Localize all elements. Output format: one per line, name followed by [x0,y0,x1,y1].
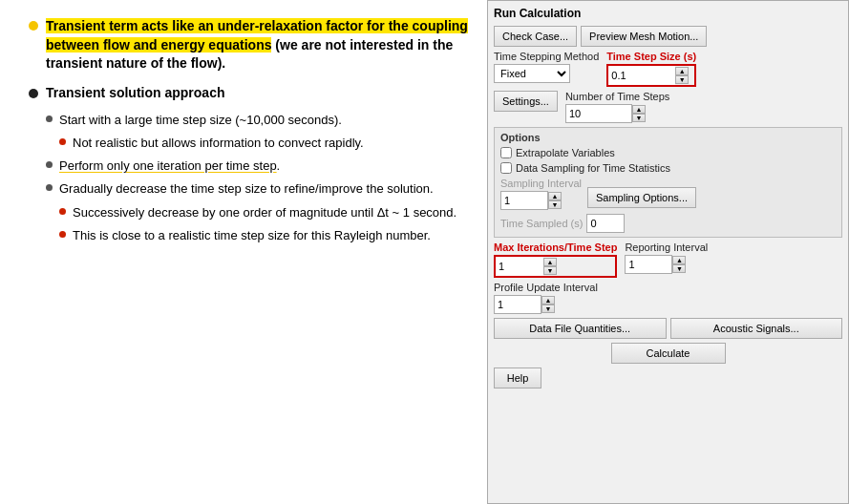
max-iter-box: ▲ ▼ [494,255,617,278]
profile-update-input[interactable] [494,295,541,314]
sub-text-1a: Not realistic but allows information to … [73,135,364,152]
sub-bullet-1: Start with a large time step size (~10,0… [46,112,468,129]
bullet-2-title: Transient solution approach [46,85,224,100]
sampling-interval-row: Sampling Interval ▲ ▼ Sampling Options..… [500,178,836,210]
max-iter-label: Max Iterations/Time Step [494,242,617,253]
time-sampled-input[interactable] [586,214,625,233]
help-button[interactable]: Help [494,368,541,388]
extrapolate-row: Extrapolate Variables [500,147,836,158]
sub-dot-1 [46,116,53,122]
reporting-interval-down[interactable]: ▼ [672,264,686,273]
time-stepping-col: Time Stepping Method Fixed [494,51,599,83]
sub-bullet-3: Gradually decrease the time step size to… [46,180,468,198]
max-iter-up[interactable]: ▲ [543,258,557,266]
max-iter-down[interactable]: ▼ [543,266,557,275]
sampling-interval-down[interactable]: ▼ [548,200,562,209]
data-sampling-row: Data Sampling for Time Statistics [500,162,836,174]
sub-sub-bullet-3b: This is close to a realistic time step s… [59,227,468,244]
max-iter-row: Max Iterations/Time Step ▲ ▼ Reporting I… [494,242,842,278]
top-buttons-row: Check Case... Preview Mesh Motion... [494,26,842,47]
options-section: Options Extrapolate Variables Data Sampl… [494,127,842,238]
sub-sub-bullets-1: Not realistic but allows information to … [59,135,468,152]
extrapolate-label: Extrapolate Variables [516,147,615,158]
reporting-interval-group: ▲ ▼ [625,255,708,274]
num-time-steps-up[interactable]: ▲ [632,105,646,114]
time-step-size-input[interactable] [608,66,675,85]
sampling-interval-up[interactable]: ▲ [548,192,562,200]
time-step-spinners: ▲ ▼ [675,67,689,84]
sampling-interval-label: Sampling Interval [500,178,582,189]
sampling-options-col: Sampling Options... [587,178,696,210]
num-time-steps-input[interactable] [565,104,632,123]
profile-update-down[interactable]: ▼ [541,304,555,313]
sub-dot-2 [46,161,53,168]
max-iter-spinners: ▲ ▼ [543,258,557,275]
profile-update-group: ▲ ▼ [494,295,842,314]
sub-sub-bullet-1a: Not realistic but allows information to … [59,135,468,152]
options-label: Options [500,132,836,143]
check-case-button[interactable]: Check Case... [494,26,577,47]
settings-button[interactable]: Settings... [494,91,558,112]
help-row: Help [494,368,842,388]
bullet-dot-1 [29,21,38,31]
reporting-interval-up[interactable]: ▲ [672,256,686,264]
time-stepping-select-row: Fixed [494,64,599,83]
time-stepping-row: Time Stepping Method Fixed Time Step Siz… [494,51,842,87]
profile-update-col: Profile Update Interval ▲ ▼ [494,282,842,314]
bullet-1: Transient term acts like an under-relaxa… [29,17,468,74]
calculate-row: Calculate [494,343,842,364]
data-sampling-label: Data Sampling for Time Statistics [516,162,670,174]
time-sampled-label: Time Sampled (s) [500,218,583,229]
sub-dot-3a [59,208,66,215]
data-acoustic-row: Data File Quantities... Acoustic Signals… [494,318,842,339]
left-panel: Transient term acts like an under-relaxa… [0,0,487,504]
sub-bullets: Start with a large time step size (~10,0… [46,112,468,244]
sampling-interval-spinners: ▲ ▼ [548,192,562,209]
sub-sub-bullet-3a: Successively decrease by one order of ma… [59,204,468,221]
time-step-size-label: Time Step Size (s) [606,51,696,62]
reporting-interval-spinners: ▲ ▼ [672,256,686,273]
max-iter-input[interactable] [496,257,543,276]
sampling-interval-col: Sampling Interval ▲ ▼ [500,178,582,210]
settings-col: Settings... [494,91,558,112]
extrapolate-checkbox[interactable] [500,147,512,158]
reporting-interval-input[interactable] [625,255,672,274]
num-time-steps-down[interactable]: ▼ [632,114,646,122]
bullet-dot-2 [29,89,38,98]
sampling-interval-input[interactable] [500,191,548,210]
underline-text: Perform only one iteration per time step [59,158,277,173]
reporting-interval-label: Reporting Interval [625,242,708,253]
time-step-down[interactable]: ▼ [675,75,689,84]
time-stepping-select[interactable]: Fixed [494,64,570,83]
time-sampled-row: Time Sampled (s) [500,214,836,233]
right-panel: Run Calculation Check Case... Preview Me… [487,0,849,504]
profile-update-up[interactable]: ▲ [541,296,555,304]
bullet-2: Transient solution approach [29,85,468,100]
data-file-button[interactable]: Data File Quantities... [494,318,667,339]
data-sampling-checkbox[interactable] [500,162,512,174]
sub-bullet-2: Perform only one iteration per time step… [46,158,468,175]
time-step-up[interactable]: ▲ [675,67,689,75]
num-time-steps-label: Number of Time Steps [565,91,669,102]
num-time-steps-input-group: ▲ ▼ [565,104,669,123]
settings-row: Settings... Number of Time Steps ▲ ▼ [494,91,842,123]
sampling-interval-group: ▲ ▼ [500,191,582,210]
time-step-size-box: ▲ ▼ [606,64,696,87]
sub-sub-bullets-3: Successively decrease by one order of ma… [59,204,468,244]
time-stepping-label: Time Stepping Method [494,51,599,62]
max-iter-col: Max Iterations/Time Step ▲ ▼ [494,242,617,278]
sub-text-3a: Successively decrease by one order of ma… [73,204,456,221]
preview-mesh-button[interactable]: Preview Mesh Motion... [581,26,707,47]
sub-text-3b: This is close to a realistic time step s… [73,227,431,244]
profile-update-spinners: ▲ ▼ [541,296,555,313]
reporting-interval-col: Reporting Interval ▲ ▼ [625,242,708,274]
sub-dot-3 [46,184,53,191]
sampling-options-button[interactable]: Sampling Options... [587,187,696,208]
sub-text-3: Gradually decrease the time step size to… [59,180,434,198]
acoustic-button[interactable]: Acoustic Signals... [670,318,843,339]
calculate-button[interactable]: Calculate [611,343,726,364]
panel-title: Run Calculation [494,7,842,20]
sub-dot-1a [59,138,66,145]
sub-dot-3b [59,231,66,238]
time-step-size-col: Time Step Size (s) ▲ ▼ [606,51,696,87]
